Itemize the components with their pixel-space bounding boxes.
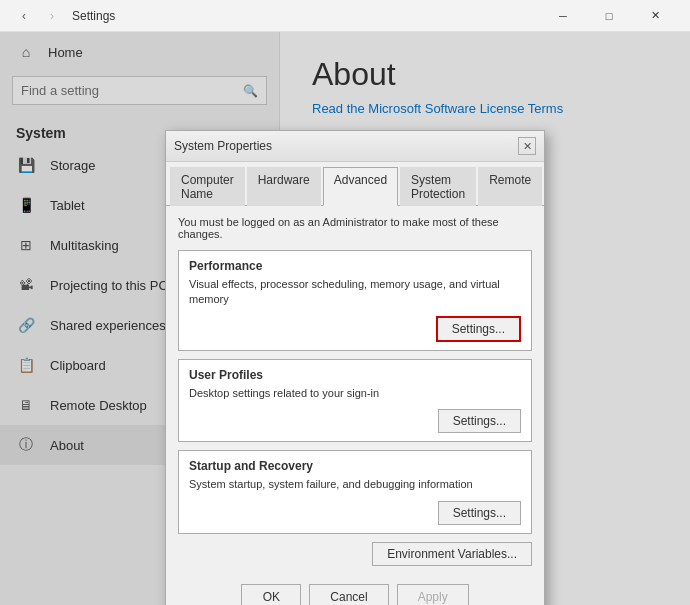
tab-hardware[interactable]: Hardware [247, 167, 321, 206]
user-profiles-settings-button[interactable]: Settings... [438, 409, 521, 433]
back-button[interactable]: ‹ [12, 4, 36, 28]
performance-settings-button[interactable]: Settings... [436, 316, 521, 342]
performance-section: Performance Visual effects, processor sc… [178, 250, 532, 351]
dialog-footer: OK Cancel Apply [166, 576, 544, 605]
user-profiles-section: User Profiles Desktop settings related t… [178, 359, 532, 442]
user-profiles-desc: Desktop settings related to your sign-in [189, 386, 521, 401]
environment-variables-button[interactable]: Environment Variables... [372, 542, 532, 566]
ok-button[interactable]: OK [241, 584, 301, 605]
dialog-titlebar: System Properties ✕ [166, 131, 544, 162]
startup-recovery-section: Startup and Recovery System startup, sys… [178, 450, 532, 533]
maximize-button[interactable]: □ [586, 0, 632, 32]
tab-remote[interactable]: Remote [478, 167, 542, 206]
close-button[interactable]: ✕ [632, 0, 678, 32]
performance-title: Performance [189, 259, 521, 273]
title-bar: ‹ › Settings ─ □ ✕ [0, 0, 690, 32]
minimize-button[interactable]: ─ [540, 0, 586, 32]
dialog-body: You must be logged on as an Administrato… [166, 206, 544, 576]
tab-computer-name[interactable]: Computer Name [170, 167, 245, 206]
user-profiles-title: User Profiles [189, 368, 521, 382]
startup-recovery-title: Startup and Recovery [189, 459, 521, 473]
window-title: Settings [72, 9, 115, 23]
dialog-close-button[interactable]: ✕ [518, 137, 536, 155]
cancel-button[interactable]: Cancel [309, 584, 388, 605]
performance-desc: Visual effects, processor scheduling, me… [189, 277, 521, 308]
tab-advanced[interactable]: Advanced [323, 167, 398, 206]
dialog-title: System Properties [174, 139, 272, 153]
apply-button[interactable]: Apply [397, 584, 469, 605]
admin-notice: You must be logged on as an Administrato… [178, 216, 532, 240]
tab-system-protection[interactable]: System Protection [400, 167, 476, 206]
forward-button[interactable]: › [40, 4, 64, 28]
startup-recovery-desc: System startup, system failure, and debu… [189, 477, 521, 492]
dialog-tabs: Computer Name Hardware Advanced System P… [166, 162, 544, 206]
startup-recovery-settings-button[interactable]: Settings... [438, 501, 521, 525]
system-properties-dialog: System Properties ✕ Computer Name Hardwa… [165, 130, 545, 605]
